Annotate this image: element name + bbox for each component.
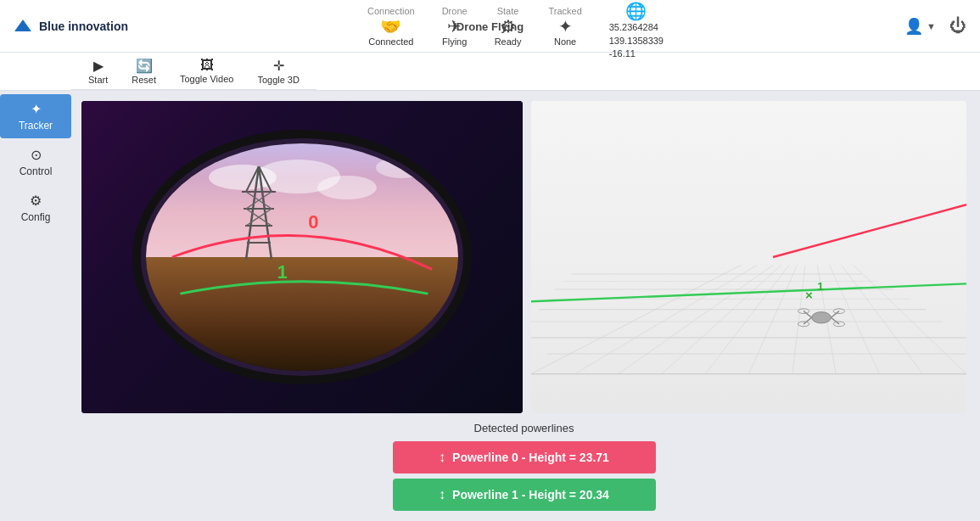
- gps-alt: -16.11: [609, 48, 636, 60]
- svg-line-22: [531, 266, 741, 374]
- svg-text:1: 1: [817, 280, 824, 293]
- tracked-value: None: [554, 36, 576, 47]
- gps-icon: 🌐: [625, 3, 647, 20]
- logo-area: Blue innovation: [14, 17, 149, 36]
- svg-line-40: [804, 317, 812, 324]
- bottom-info: Detected powerlines ↕ Powerline 0 - Heig…: [81, 422, 966, 511]
- view3d-panel: × 1: [531, 101, 966, 413]
- content-area: 0 1: [71, 91, 980, 521]
- toggle-video-button[interactable]: 🖼 Toggle Video: [180, 58, 233, 84]
- connection-icon: 🤝: [380, 18, 401, 35]
- user-dropdown-icon: ▼: [927, 21, 936, 31]
- reset-button[interactable]: 🔄 Reset: [132, 58, 156, 85]
- sidebar-item-config[interactable]: ⚙ Config: [0, 186, 71, 230]
- svg-point-45: [833, 322, 844, 327]
- fisheye-circle: 0 1: [141, 138, 463, 376]
- user-icon: 👤: [904, 17, 923, 36]
- power-icon: ⏻: [949, 16, 966, 36]
- logo-icon: [14, 17, 32, 36]
- gps-lat: 35.2364284: [609, 21, 658, 34]
- svg-line-41: [831, 317, 839, 324]
- tracked-status: Tracked ✦ None: [548, 6, 581, 47]
- svg-line-31: [842, 266, 923, 374]
- config-icon: ⚙: [30, 193, 42, 209]
- gps-lng: 139.1358339: [609, 35, 664, 48]
- user-button[interactable]: 👤 ▼: [904, 17, 936, 36]
- powerline-1-icon: ↕: [439, 487, 445, 502]
- svg-point-44: [798, 322, 809, 327]
- tracker-icon: ✦: [31, 101, 42, 117]
- connection-label: Connection: [367, 6, 415, 16]
- powerline-0-icon: ↕: [439, 450, 445, 465]
- svg-line-25: [662, 266, 781, 374]
- header-right: 👤 ▼ ⏻: [882, 16, 966, 36]
- svg-line-39: [831, 311, 839, 318]
- powerline-label-1: 1: [277, 261, 288, 283]
- gps-coords-block: 35.2364284 139.1358339 -16.11: [609, 21, 664, 60]
- svg-point-37: [812, 312, 832, 323]
- power-button[interactable]: ⏻: [949, 16, 966, 36]
- svg-line-32: [854, 266, 966, 374]
- sidebar-item-control[interactable]: ⊙ Control: [0, 140, 71, 184]
- detected-powerlines-title: Detected powerlines: [474, 422, 574, 434]
- 3d-view-svg: × 1: [531, 101, 966, 413]
- start-button[interactable]: ▶ Start: [88, 58, 108, 85]
- toggle-3d-button[interactable]: ✛ Toggle 3D: [257, 58, 300, 85]
- svg-line-30: [830, 266, 880, 374]
- gps-status: GPS 🌐 35.2364284 139.1358339 -16.11: [609, 0, 664, 61]
- svg-line-34: [531, 283, 966, 301]
- svg-line-24: [619, 266, 773, 374]
- logo-text: Blue innovation: [39, 20, 128, 33]
- drone-3d: [798, 309, 844, 327]
- svg-text:×: ×: [805, 288, 813, 302]
- powerline-label-0: 0: [308, 211, 318, 233]
- drone-flying-title: Drone Flying: [456, 0, 524, 53]
- powerline-0-button[interactable]: ↕ Powerline 0 - Height = 23.71: [393, 441, 656, 473]
- powerline-1-label: Powerline 1 - Height = 20.34: [452, 488, 609, 501]
- svg-line-26: [705, 266, 789, 374]
- fisheye-container: 0 1: [81, 101, 523, 413]
- powerline-0-label: Powerline 0 - Height = 23.71: [452, 451, 609, 464]
- control-icon: ⊙: [31, 147, 42, 163]
- connection-status: Connection 🤝 Connected: [367, 6, 415, 47]
- tracked-label: Tracked: [548, 6, 581, 16]
- powerline-items: ↕ Powerline 0 - Height = 23.71 ↕ Powerli…: [393, 441, 656, 511]
- panels-row: 0 1: [81, 101, 966, 413]
- camera-panel: 0 1: [81, 101, 523, 413]
- connection-value: Connected: [368, 36, 413, 47]
- svg-marker-0: [15, 20, 31, 31]
- tracked-icon: ✦: [558, 18, 573, 35]
- sidebar: ✦ Tracker ⊙ Control ⚙ Config: [0, 91, 71, 521]
- powerline-1-button[interactable]: ↕ Powerline 1 - Height = 20.34: [393, 479, 656, 511]
- svg-line-33: [773, 204, 966, 257]
- svg-line-23: [574, 266, 757, 374]
- svg-line-38: [804, 311, 812, 318]
- sidebar-item-tracker[interactable]: ✦ Tracker: [0, 94, 71, 138]
- svg-line-28: [792, 266, 805, 374]
- svg-line-27: [749, 266, 798, 374]
- start-icon: ▶: [93, 58, 104, 74]
- curves-overlay: [146, 143, 458, 371]
